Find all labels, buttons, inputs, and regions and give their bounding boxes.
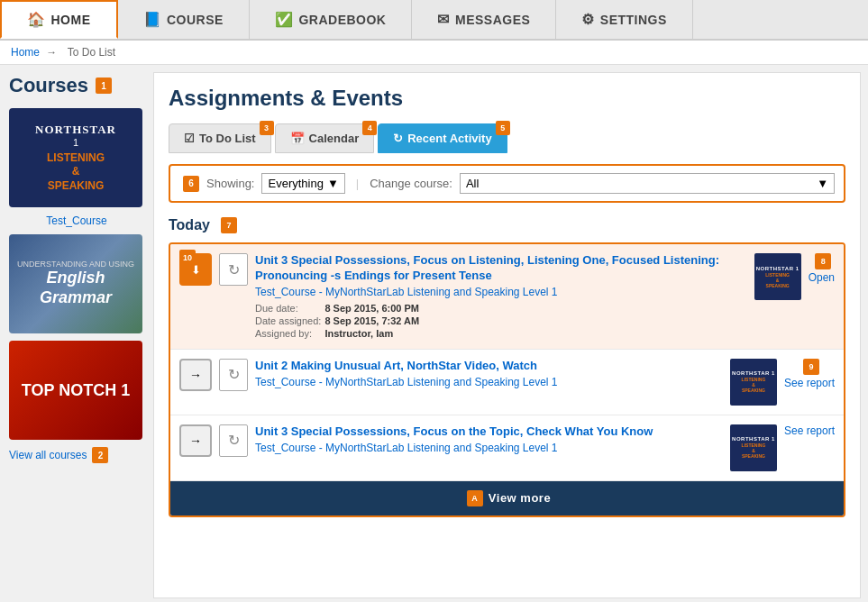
- recycle-icon: ↻: [228, 261, 240, 278]
- view-all-label: View all courses: [9, 449, 87, 461]
- see-report-link-2[interactable]: See report: [784, 377, 835, 389]
- breadcrumb: Home → To Do List: [0, 41, 868, 65]
- tab-recent-label: Recent Activity: [407, 132, 491, 145]
- nav-gradebook-label: GRADEBOOK: [298, 13, 386, 27]
- see-report-link-3[interactable]: See report: [784, 424, 835, 437]
- tab-calendar-label: Calendar: [309, 132, 360, 145]
- settings-icon: ⚙: [581, 11, 595, 28]
- open-badge: 8: [815, 253, 831, 269]
- section-badge: 7: [221, 217, 237, 233]
- showing-label: Showing:: [206, 177, 254, 190]
- activity-item-1: 10 ⬇ ↻ Unit 3 Special Possessions, Focus…: [170, 244, 844, 350]
- activity-course-2: Test_Course - MyNorthStarLab Listening a…: [255, 376, 723, 388]
- activity-details-1: Due date: 8 Sep 2015, 6:00 PM Date assig…: [255, 302, 747, 340]
- activity-title-2[interactable]: Unit 2 Making Unusual Art, NorthStar Vid…: [255, 359, 723, 374]
- sidebar-badge: 1: [96, 78, 112, 94]
- view-more-label: View more: [489, 491, 551, 505]
- file-icon-3: ↻: [219, 424, 248, 457]
- arrow-btn-3[interactable]: →: [179, 424, 212, 457]
- activity-content-3: Unit 3 Special Possessions, Focus on the…: [255, 424, 723, 458]
- sidebar-title: Courses 1: [9, 74, 144, 97]
- course-card-topnotch[interactable]: TOP NOTCH 1: [9, 341, 142, 440]
- change-course-dropdown[interactable]: All ▼: [460, 173, 835, 194]
- tab-calendar[interactable]: 📅 Calendar 4: [275, 123, 375, 153]
- course-icon: 📘: [143, 11, 162, 28]
- nav-messages-label: MESSAGES: [455, 13, 530, 27]
- breadcrumb-home[interactable]: Home: [11, 46, 40, 59]
- course-card-english[interactable]: UNDERSTANDING AND USING EnglishGrammar: [9, 234, 142, 333]
- filter-bar: 6 Showing: Everything ▼ | Change course:…: [169, 164, 845, 203]
- view-more-bar[interactable]: A View more: [170, 481, 844, 515]
- nav-course[interactable]: 📘 COURSE: [118, 0, 250, 39]
- view-all-courses[interactable]: View all courses 2: [9, 447, 144, 463]
- view-all-badge: 2: [92, 447, 108, 463]
- item-badge-10: 10: [179, 250, 196, 266]
- nav-home-label: HOME: [51, 13, 91, 27]
- course-thumb-3: NORTHSTAR 1 LISTENING&SPEAKING: [730, 424, 777, 471]
- course-card-northstar[interactable]: NORTHSTAR 1 LISTENING&SPEAKING: [9, 108, 142, 207]
- arrow-btn-2[interactable]: →: [179, 359, 212, 391]
- showing-dropdown[interactable]: Everything ▼: [261, 173, 344, 194]
- gradebook-icon: ✅: [275, 11, 294, 28]
- course-thumb-2: NORTHSTAR 1 LISTENING&SPEAKING: [730, 359, 777, 406]
- activity-action-3: See report: [784, 424, 835, 437]
- tab-todo[interactable]: ☑ To Do List 3: [169, 123, 271, 153]
- recycle-icon-2: ↻: [228, 366, 240, 383]
- page-title: Assignments & Events: [169, 86, 845, 111]
- tab-todo-badge: 3: [260, 121, 274, 135]
- activity-course-1: Test_Course - MyNorthStarLab Listening a…: [255, 286, 747, 298]
- section-heading: Today 7: [169, 217, 845, 233]
- course-chevron: ▼: [817, 177, 828, 190]
- open-link[interactable]: Open: [809, 271, 835, 284]
- course-thumb-1: NORTHSTAR 1 LISTENING&SPEAKING: [754, 253, 801, 300]
- breadcrumb-separator: →: [46, 46, 57, 59]
- filter-badge: 6: [183, 176, 199, 192]
- activity-title-1[interactable]: Unit 3 Special Possessions, Focus on Lis…: [255, 253, 747, 284]
- sidebar: Courses 1 NORTHSTAR 1 LISTENING&SPEAKING…: [0, 65, 153, 602]
- change-course-value: All: [466, 177, 479, 190]
- activity-action-1: 8 Open: [809, 253, 835, 284]
- activity-action-2: 9 See report: [784, 359, 835, 389]
- activity-content-2: Unit 2 Making Unusual Art, NorthStar Vid…: [255, 359, 723, 392]
- main-layout: Courses 1 NORTHSTAR 1 LISTENING&SPEAKING…: [0, 65, 868, 602]
- home-icon: 🏠: [27, 11, 46, 28]
- report-badge-2: 9: [803, 359, 819, 375]
- file-icon-2: ↻: [219, 359, 248, 391]
- top-nav: 🏠 HOME 📘 COURSE ✅ GRADEBOOK ✉ MESSAGES ⚙…: [0, 0, 868, 41]
- tab-recent-badge: 5: [496, 121, 510, 135]
- calendar-icon: 📅: [290, 132, 305, 145]
- breadcrumb-current: To Do List: [68, 46, 115, 59]
- showing-value: Everything: [268, 177, 323, 190]
- nav-course-label: COURSE: [167, 13, 224, 27]
- tab-todo-label: To Do List: [199, 132, 256, 145]
- file-icon-1: ↻: [219, 253, 248, 286]
- change-course-label: Change course:: [370, 177, 452, 190]
- recycle-icon-3: ↻: [228, 432, 240, 449]
- nav-settings-label: SETTINGS: [600, 13, 667, 27]
- activity-content-1: Unit 3 Special Possessions, Focus on Lis…: [255, 253, 747, 340]
- content-area: Assignments & Events ☑ To Do List 3 📅 Ca…: [153, 72, 861, 598]
- tabs-bar: ☑ To Do List 3 📅 Calendar 4 ↻ Recent Act…: [169, 123, 845, 153]
- tab-recent-activity[interactable]: ↻ Recent Activity 5: [378, 123, 507, 153]
- todo-icon: ☑: [184, 132, 195, 145]
- nav-gradebook[interactable]: ✅ GRADEBOOK: [250, 0, 413, 39]
- activity-course-3: Test_Course - MyNorthStarLab Listening a…: [255, 442, 723, 454]
- arrow-icon-2: →: [189, 368, 202, 382]
- tab-calendar-badge: 4: [362, 121, 377, 135]
- nav-home[interactable]: 🏠 HOME: [0, 0, 118, 39]
- activity-item-3: → ↻ Unit 3 Special Possessions, Focus on…: [170, 415, 844, 481]
- messages-icon: ✉: [437, 11, 450, 28]
- view-more-badge: A: [467, 490, 483, 506]
- section-title: Today: [169, 217, 210, 233]
- showing-chevron: ▼: [327, 177, 339, 190]
- activity-title-3[interactable]: Unit 3 Special Possessions, Focus on the…: [255, 424, 723, 440]
- nav-messages[interactable]: ✉ MESSAGES: [412, 0, 556, 39]
- nav-settings[interactable]: ⚙ SETTINGS: [556, 0, 693, 39]
- recent-icon: ↻: [393, 132, 403, 145]
- arrow-icon-3: →: [189, 433, 202, 448]
- activity-list: 10 ⬇ ↻ Unit 3 Special Possessions, Focus…: [169, 242, 845, 517]
- activity-item-2: → ↻ Unit 2 Making Unusual Art, NorthStar…: [170, 350, 844, 415]
- course-name-northstar: Test_Course: [9, 214, 144, 227]
